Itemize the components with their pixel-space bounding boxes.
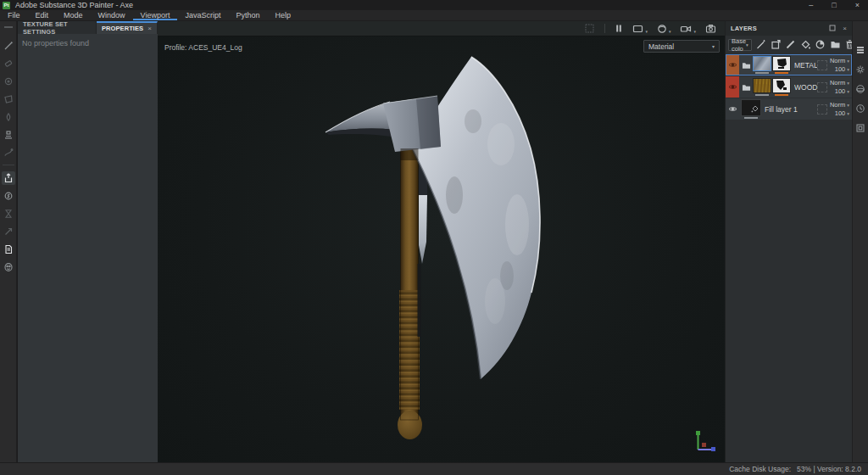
substance-painter-window: Pt Adobe Substance 3D Painter - Axe – □ … xyxy=(0,0,868,475)
menu-help[interactable]: Help xyxy=(267,10,298,20)
status-text: Cache Disk Usage: 53% | Version: 8.2.0 xyxy=(729,465,861,473)
add-smart-material-icon[interactable] xyxy=(815,39,826,50)
properties-panel: TEXTURE SET SETTINGS PROPERTIES × No pro… xyxy=(18,21,158,462)
viewport-3d[interactable]: ▾ ▾ ▾ Profile: ACES_UE4_Log Material ▾ xyxy=(158,21,725,462)
mask-indicator-bar xyxy=(775,94,788,96)
add-group-folder-icon[interactable] xyxy=(830,39,841,50)
blend-mode-dropdown[interactable]: Norm▾ xyxy=(830,79,849,87)
layer-row-wood[interactable]: WOOD Norm▾ 100▾ xyxy=(726,76,852,98)
empty-effect-slot xyxy=(817,104,827,115)
mask-indicator-bar xyxy=(775,72,788,74)
projection-tool-icon[interactable] xyxy=(2,75,15,88)
layers-toolbar: Base colo ▾ xyxy=(726,36,852,53)
visibility-eye-icon[interactable] xyxy=(728,105,737,113)
empty-effect-slot xyxy=(817,60,827,70)
layer-content-thumbnail[interactable] xyxy=(754,79,771,92)
content-indicator-bar xyxy=(755,94,769,96)
layer-content-thumbnail[interactable] xyxy=(742,100,760,115)
panel-close-icon[interactable]: × xyxy=(843,25,847,32)
layers-list-icon[interactable] xyxy=(854,43,867,57)
content-indicator-bar xyxy=(755,72,769,74)
menu-window[interactable]: Window xyxy=(91,10,133,20)
opacity-dropdown[interactable]: 100▾ xyxy=(835,65,849,74)
smudge-tool-icon[interactable] xyxy=(2,110,15,124)
properties-empty-message: No properties found xyxy=(18,34,158,53)
layer-list: METAL Norm▾ 100▾ xyxy=(726,54,852,120)
layer-color-strip xyxy=(726,54,739,75)
layers-panel-header: LAYERS × xyxy=(726,21,852,36)
menu-python[interactable]: Python xyxy=(228,10,267,20)
folder-icon xyxy=(742,83,751,92)
layer-color-strip xyxy=(726,76,739,98)
chevron-down-icon: ▾ xyxy=(746,42,748,48)
layer-row-fill-layer-1[interactable]: Fill layer 1 Norm▾ 100▾ xyxy=(726,98,852,120)
layer-name: METAL xyxy=(794,61,817,70)
left-panel-tabs: TEXTURE SET SETTINGS PROPERTIES × xyxy=(18,21,158,34)
polygon-fill-tool-icon[interactable] xyxy=(2,92,15,106)
axe-model-render[interactable] xyxy=(158,21,725,462)
texture-set-settings-gear-icon[interactable] xyxy=(854,63,867,76)
menu-mode[interactable]: Mode xyxy=(56,10,91,20)
panel-detach-icon[interactable] xyxy=(829,25,836,32)
close-properties-tab-icon[interactable]: × xyxy=(147,25,152,32)
blend-mode-dropdown[interactable]: Norm▾ xyxy=(830,57,849,65)
transform-arrow-icon[interactable] xyxy=(2,225,15,238)
empty-effect-slot xyxy=(817,82,827,92)
rail-separator xyxy=(3,165,14,165)
add-fill-layer-icon[interactable] xyxy=(800,39,811,50)
layer-color-strip xyxy=(726,98,739,120)
layers-panel-title: LAYERS xyxy=(731,25,757,32)
add-paint-layer-icon[interactable] xyxy=(785,39,796,50)
export-icon[interactable] xyxy=(2,171,15,185)
menu-file[interactable]: File xyxy=(0,10,28,20)
eraser-tool-icon[interactable] xyxy=(2,57,15,70)
display-settings-sphere-icon[interactable] xyxy=(854,82,867,96)
shelf-icon[interactable] xyxy=(854,121,867,135)
right-dock-rail xyxy=(852,21,868,462)
channel-filter-dropdown[interactable]: Base colo ▾ xyxy=(728,39,752,51)
menu-javascript[interactable]: JavaScript xyxy=(177,10,228,20)
layer-mask-thumbnail[interactable] xyxy=(773,57,790,70)
add-effect-icon[interactable] xyxy=(755,39,766,50)
close-button[interactable]: × xyxy=(855,1,860,9)
panel-collapse-handle[interactable] xyxy=(4,26,13,28)
document-icon[interactable] xyxy=(2,243,15,256)
clone-tool-icon[interactable] xyxy=(2,128,15,142)
layers-panel: LAYERS × Base colo ▾ xyxy=(725,21,852,462)
tab-texture-set-settings[interactable]: TEXTURE SET SETTINGS xyxy=(18,21,97,34)
history-clock-icon[interactable] xyxy=(854,102,867,115)
blend-mode-dropdown[interactable]: Norm▾ xyxy=(830,101,849,109)
layer-row-metal[interactable]: METAL Norm▾ 100▾ xyxy=(726,54,852,75)
instantiate-icon[interactable] xyxy=(771,39,782,50)
tab-properties[interactable]: PROPERTIES × xyxy=(97,21,158,34)
hourglass-icon[interactable] xyxy=(2,207,15,221)
content-indicator-bar xyxy=(744,117,758,119)
opacity-dropdown[interactable]: 100▾ xyxy=(835,87,849,96)
layer-name: Fill layer 1 xyxy=(765,105,798,114)
smart-materials-icon[interactable] xyxy=(2,189,15,203)
material-pen-tool-icon[interactable] xyxy=(2,146,15,159)
layer-content-thumbnail[interactable] xyxy=(754,57,771,70)
maximize-button[interactable]: □ xyxy=(832,1,836,9)
visibility-eye-icon[interactable] xyxy=(728,83,737,91)
menu-bar: File Edit Mode Window Viewport JavaScrip… xyxy=(0,10,868,21)
window-title: Adobe Substance 3D Painter - Axe xyxy=(15,1,133,9)
tool-rail xyxy=(0,21,17,462)
layer-name: WOOD xyxy=(794,83,817,92)
paint-tool-icon[interactable] xyxy=(2,39,15,53)
status-bar: Cache Disk Usage: 53% | Version: 8.2.0 xyxy=(0,462,868,475)
menu-edit[interactable]: Edit xyxy=(28,10,57,20)
visibility-eye-icon[interactable] xyxy=(728,61,737,69)
menu-viewport[interactable]: Viewport xyxy=(133,10,178,20)
mask-icon[interactable] xyxy=(2,260,15,274)
app-logo-icon: Pt xyxy=(3,2,10,9)
axis-gizmo[interactable] xyxy=(691,430,716,454)
title-bar: Pt Adobe Substance 3D Painter - Axe – □ … xyxy=(0,0,868,10)
opacity-dropdown[interactable]: 100▾ xyxy=(835,109,849,118)
layer-mask-thumbnail[interactable] xyxy=(773,79,790,92)
folder-icon xyxy=(742,61,751,70)
minimize-button[interactable]: – xyxy=(809,1,813,9)
